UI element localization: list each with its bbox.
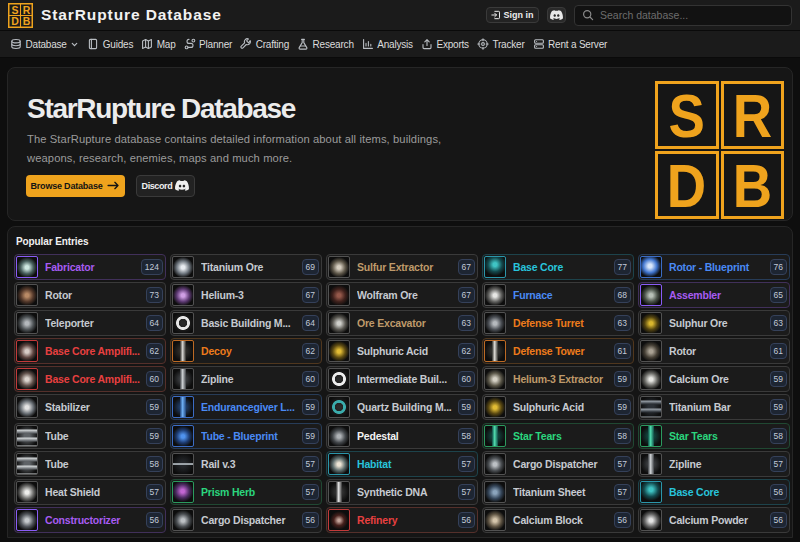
svg-text:D: D bbox=[11, 15, 19, 27]
svg-text:S: S bbox=[11, 4, 18, 16]
svg-text:R: R bbox=[23, 4, 31, 16]
svg-text:B: B bbox=[23, 15, 31, 27]
